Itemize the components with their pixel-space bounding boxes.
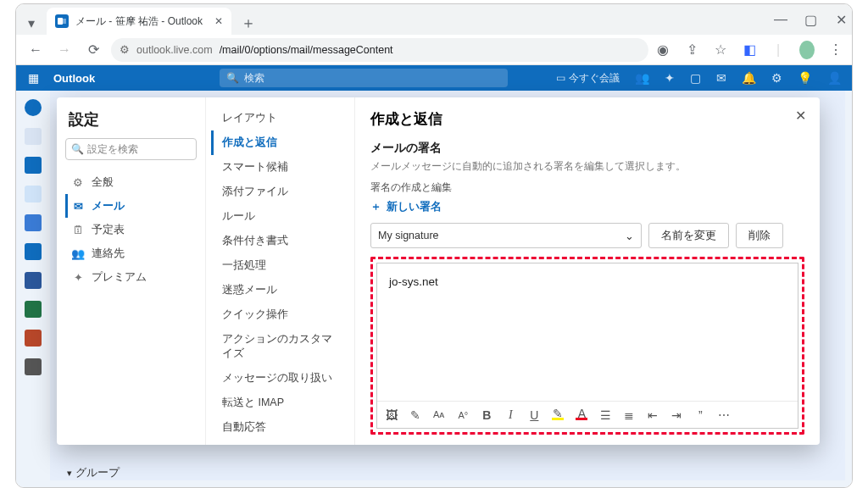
eye-icon[interactable]: ◉ [655,42,670,58]
settings-subitem[interactable]: レイアウト [211,106,349,130]
settings-subitem[interactable]: ルール [211,204,349,229]
signature-select[interactable]: My signature ⌄ [370,223,642,248]
category-label: 連絡先 [92,246,125,261]
rename-button[interactable]: 名前を変更 [648,223,729,248]
maximize-icon[interactable]: ▢ [804,12,816,28]
tab-search-chevron-icon[interactable]: ▾ [19,11,43,35]
address-bar[interactable]: ⚙ outlook.live.com/mail/0/options/mail/m… [111,38,648,62]
app-launcher-icon[interactable]: ▦ [16,71,50,85]
rail-files-icon[interactable] [25,214,42,231]
diamond-icon[interactable]: ✦ [665,71,675,85]
site-settings-icon[interactable]: ⚙ [120,43,130,56]
settings-category[interactable]: ✦プレミアム [65,265,197,289]
font-size-icon[interactable]: A° [457,410,469,420]
settings-category[interactable]: ✉メール [65,194,197,218]
settings-subitem[interactable]: 自動応答 [211,415,349,440]
rail-excel-icon[interactable] [25,301,42,318]
url-path: /mail/0/options/mail/messageContent [220,44,393,56]
gear-icon[interactable]: ⚙ [771,71,782,85]
reload-button[interactable]: ⟳ [82,39,104,61]
extension-icon[interactable]: ◧ [742,42,757,58]
settings-subitem[interactable]: 条件付き書式 [211,229,349,253]
minimize-icon[interactable]: ― [774,12,786,27]
rail-home-icon[interactable] [25,99,42,116]
font-family-icon[interactable]: Aᴀ [433,409,445,420]
bell-icon[interactable]: 🔔 [742,71,756,85]
tips-icon[interactable]: 💡 [798,71,812,85]
text-highlight-color-icon[interactable]: ✎ [552,409,564,420]
category-label: 予定表 [92,222,125,237]
rail-people-icon[interactable] [25,186,42,202]
font-color-icon[interactable]: A [576,409,587,420]
divider: | [771,42,786,58]
rail-ppt-icon[interactable] [25,330,42,347]
browser-window: ▾ メール - 笹摩 祐浩 - Outlook ✕ ＋ ― ▢ ✕ ← → ⟳ … [15,3,853,488]
rail-calendar-icon[interactable] [25,157,42,174]
account-icon[interactable]: 👤 [827,71,842,85]
new-tab-button[interactable]: ＋ [236,11,260,35]
settings-subitem[interactable]: クイック操作 [211,302,349,327]
indent-icon[interactable]: ⇥ [670,408,682,422]
forward-button[interactable]: → [53,39,75,61]
outdent-icon[interactable]: ⇤ [647,408,659,422]
settings-search[interactable]: 🔍 設定を検索 [65,138,197,160]
profile-avatar[interactable] [799,41,815,59]
annotation-highlight: jo-sys.net 🖼 ✎ Aᴀ A° B I U ✎ A ☰ [370,257,804,435]
settings-subitem[interactable]: 添付ファイル [211,180,349,204]
search-icon: 🔍 [71,143,84,155]
back-button[interactable]: ← [25,39,47,61]
signature-body[interactable]: jo-sys.net [377,263,798,401]
delete-button[interactable]: 削除 [736,223,783,248]
share-icon[interactable]: ⇪ [684,42,699,58]
settings-subitem[interactable]: 転送と IMAP [211,391,349,415]
panel-title: 作成と返信 [370,106,804,141]
bulleted-list-icon[interactable]: ☰ [599,408,611,422]
editor-toolbar: 🖼 ✎ Aᴀ A° B I U ✎ A ☰ ≣ ⇤ ⇥ [377,401,798,428]
settings-subitem[interactable]: 一括処理 [211,253,349,278]
underline-icon[interactable]: U [528,408,540,422]
settings-category[interactable]: 🗓予定表 [65,218,197,241]
settings-title: 設定 [65,108,197,138]
numbered-list-icon[interactable]: ≣ [623,408,635,422]
outlook-app: ▦ Outlook 🔍 検索 ▭ 今すぐ会議 👥 ✦ ▢ ✉ 🔔 ⚙ 💡 👤 [16,65,852,487]
meet-now-button[interactable]: ▭ 今すぐ会議 [556,71,620,86]
quote-icon[interactable]: ” [694,408,706,422]
outlook-app-bar: ▦ Outlook 🔍 検索 ▭ 今すぐ会議 👥 ✦ ▢ ✉ 🔔 ⚙ 💡 👤 [16,65,852,91]
settings-subitem[interactable]: アクションのカスタマイズ [211,327,349,366]
settings-subitem[interactable]: 作成と返信 [211,130,349,155]
teams-icon[interactable]: 👥 [635,71,649,85]
group-section-label[interactable]: ▾グループ [67,465,120,480]
settings-category[interactable]: ⚙全般 [65,170,197,194]
url-host: outlook.live.com [136,44,213,56]
more-formatting-icon[interactable]: ⋯ [718,408,730,422]
italic-icon[interactable]: I [504,408,516,422]
mail-icon[interactable]: ✉ [716,71,726,85]
svg-rect-2 [63,19,66,24]
window-icon[interactable]: ▢ [690,71,701,85]
insert-image-icon[interactable]: 🖼 [386,408,398,422]
settings-subitem[interactable]: メッセージの取り扱い [211,366,349,391]
close-window-icon[interactable]: ✕ [835,12,847,28]
browser-tab-active[interactable]: メール - 笹摩 祐浩 - Outlook ✕ [47,8,231,35]
close-tab-icon[interactable]: ✕ [214,15,223,27]
rail-more-icon[interactable] [25,358,42,375]
settings-subitem[interactable]: 迷惑メール [211,278,349,302]
app-brand[interactable]: Outlook [50,72,220,85]
search-placeholder: 検索 [244,71,264,86]
settings-subitem[interactable]: スマート候補 [211,155,349,180]
outlook-search[interactable]: 🔍 検索 [220,69,508,87]
rail-word-icon[interactable] [25,272,42,289]
outlook-favicon-icon [55,14,69,28]
bookmark-star-icon[interactable]: ☆ [713,42,728,58]
settings-nav: 設定 🔍 設定を検索 ⚙全般✉メール🗓予定表👥連絡先✦プレミアム [57,97,206,445]
rail-mail-icon[interactable] [25,128,42,145]
highlighter-icon[interactable]: ✎ [409,408,421,422]
rail-todo-icon[interactable] [25,243,42,260]
signature-editor[interactable]: jo-sys.net 🖼 ✎ Aᴀ A° B I U ✎ A ☰ [376,263,798,429]
close-settings-button[interactable]: ✕ [789,104,811,126]
settings-category[interactable]: 👥連絡先 [65,241,197,265]
new-signature-button[interactable]: ＋ 新しい署名 [370,195,804,223]
menu-kebab-icon[interactable]: ⋮ [828,42,843,58]
bold-icon[interactable]: B [481,408,492,422]
window-controls: ― ▢ ✕ [774,4,847,35]
